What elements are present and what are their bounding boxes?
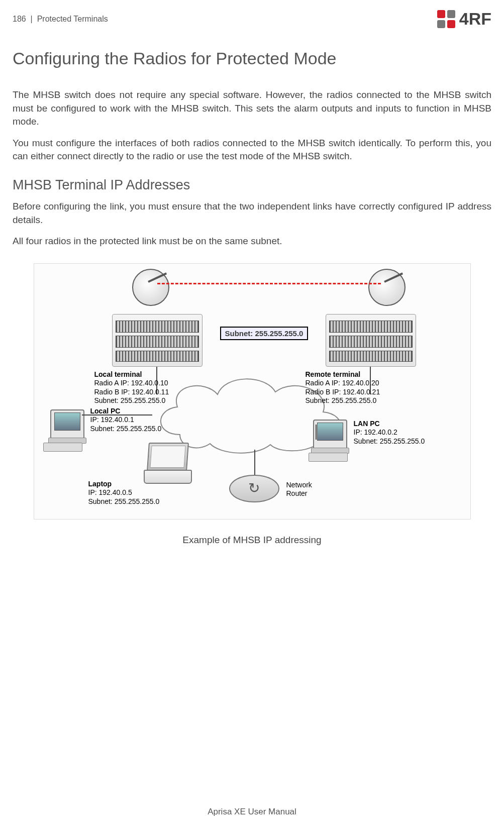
intro-paragraph-2: You must configure the interfaces of bot… xyxy=(13,137,491,163)
local-pc-keyboard-icon xyxy=(43,443,82,452)
router-label: Network Router xyxy=(286,481,312,498)
lan-pc-icon xyxy=(313,420,347,450)
network-diagram: Subnet: 255.255.255.0 Local terminal Rad… xyxy=(34,263,471,519)
main-heading: Configuring the Radios for Protected Mod… xyxy=(13,49,491,68)
remote-terminal-label: Remote terminal Radio A IP: 192.40.0.20 … xyxy=(306,370,380,405)
brand-logo-text: 4RF xyxy=(459,9,491,29)
body-paragraph-3: Before configuring the link, you must en… xyxy=(13,200,491,227)
sub-heading: MHSB Terminal IP Addresses xyxy=(13,177,491,193)
local-pc-label: Local PC IP: 192.40.0.1 Subnet: 255.255.… xyxy=(90,407,162,434)
connector-line xyxy=(254,450,255,475)
header-section: Protected Terminals xyxy=(37,15,108,23)
antenna-dish-remote-icon xyxy=(368,269,406,306)
laptop-screen-icon xyxy=(147,443,189,471)
page-header: 186 | Protected Terminals 4RF xyxy=(13,9,491,29)
lan-pc-label: LAN PC IP: 192.40.0.2 Subnet: 255.255.25… xyxy=(354,420,425,446)
remote-terminal-rack-icon xyxy=(326,314,416,367)
header-left: 186 | Protected Terminals xyxy=(13,15,108,24)
laptop-label: Laptop IP: 192.40.0.5 Subnet: 255.255.25… xyxy=(88,480,160,506)
body-paragraph-4: All four radios in the protected link mu… xyxy=(13,235,491,248)
connector-line xyxy=(316,425,317,440)
local-terminal-label: Local terminal Radio A IP: 192.40.0.10 R… xyxy=(94,370,169,405)
brand-logo: 4RF xyxy=(437,9,491,29)
header-sep: | xyxy=(31,15,33,23)
subnet-label-box: Subnet: 255.255.255.0 xyxy=(220,327,309,340)
local-pc-icon xyxy=(50,409,84,440)
diagram-caption: Example of MHSB IP addressing xyxy=(13,535,491,546)
antenna-dish-local-icon xyxy=(132,269,169,306)
page-number: 186 xyxy=(13,15,26,23)
intro-paragraph-1: The MHSB switch does not require any spe… xyxy=(13,88,491,129)
page-footer: Aprisa XE User Manual xyxy=(0,807,504,817)
network-router-icon xyxy=(229,475,279,502)
lan-pc-keyboard-icon xyxy=(309,453,348,462)
brand-logo-mark-icon xyxy=(437,10,455,28)
local-terminal-rack-icon xyxy=(112,314,203,367)
rf-link-line xyxy=(157,283,381,284)
